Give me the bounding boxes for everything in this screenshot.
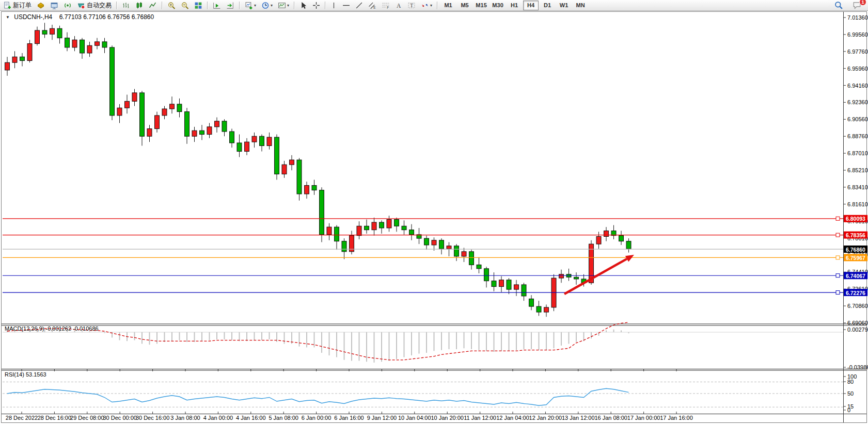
line-handle	[836, 274, 840, 277]
search-button[interactable]	[832, 0, 845, 11]
arrows-button[interactable]: ▾	[419, 0, 434, 11]
timeframe-m15[interactable]: M15	[474, 1, 489, 10]
price-axis-label: 6.99560	[847, 31, 868, 38]
periods-button[interactable]: ▾	[259, 0, 275, 11]
vertical-line-icon	[330, 2, 337, 9]
candle	[260, 136, 264, 145]
vertical-line-button[interactable]	[328, 0, 339, 11]
periods-clock-icon	[261, 2, 270, 9]
date-axis-label: 9 Jan 12:00	[367, 415, 397, 421]
bar-chart-button[interactable]	[120, 0, 132, 11]
date-axis-label: 30 Dec 00:00	[103, 415, 136, 421]
market-watch-button[interactable]	[35, 0, 47, 11]
candle	[394, 219, 399, 226]
date-axis-label: 4 Jan 00:00	[203, 415, 233, 421]
candle	[110, 47, 115, 116]
svg-text:F: F	[387, 6, 389, 9]
candlestick-chart-button[interactable]	[133, 0, 146, 11]
search-icon	[834, 1, 843, 9]
candle	[42, 30, 47, 34]
arrows-icon	[421, 2, 429, 9]
text-button[interactable]: A	[393, 0, 404, 11]
new-chart-button[interactable]: ▾	[243, 0, 258, 11]
date-axis-label: 28 Dec 2022	[6, 415, 38, 421]
candle	[424, 238, 429, 245]
new-order-label: 新订单	[13, 1, 31, 10]
candle	[140, 93, 145, 136]
price-axis-label: 6.92360	[847, 99, 868, 105]
candle	[604, 231, 609, 236]
candle	[409, 230, 414, 235]
date-axis-label: 30 Dec 16:00	[136, 415, 169, 421]
zoom-out-button[interactable]	[179, 0, 191, 11]
timeframe-m1[interactable]: M1	[440, 1, 456, 10]
candle	[282, 165, 287, 174]
chart-canvas[interactable]: 7.013606.995606.977606.959606.941606.923…	[0, 0, 868, 425]
equidistant-channel-button[interactable]: E	[366, 0, 378, 11]
timeframe-h1[interactable]: H1	[507, 1, 522, 10]
new-order-button[interactable]: 新订单	[2, 0, 34, 11]
trendline-button[interactable]	[353, 0, 365, 11]
crosshair-button[interactable]	[310, 0, 322, 11]
candle	[342, 241, 346, 252]
candle	[492, 281, 496, 287]
navigator-button[interactable]	[61, 0, 74, 11]
templates-button[interactable]: ▾	[276, 0, 291, 11]
timeframe-h4[interactable]: H4	[523, 1, 539, 10]
candle	[320, 190, 324, 235]
toolbar-separator	[207, 2, 208, 9]
date-axis-label: 10 Jan 20:00	[431, 415, 464, 421]
candle	[87, 45, 92, 53]
chart-shift-button[interactable]	[224, 0, 236, 11]
candle	[72, 40, 77, 47]
candle	[522, 285, 526, 296]
price-axis-label: 6.88760	[847, 133, 868, 139]
timeframe-mn[interactable]: MN	[573, 1, 588, 10]
data-window-button[interactable]	[48, 0, 60, 11]
zoom-in-button[interactable]	[165, 0, 178, 11]
candle	[162, 109, 167, 116]
cursor-button[interactable]	[297, 0, 309, 11]
candle	[50, 28, 55, 34]
toolbar-separator	[239, 2, 240, 9]
candle	[230, 132, 234, 143]
candle	[447, 246, 451, 249]
templates-caret-icon: ▾	[287, 3, 289, 8]
fibonacci-icon: F	[382, 2, 390, 9]
line-handle	[836, 217, 840, 220]
candle	[27, 44, 32, 61]
toolbar-separator	[437, 2, 438, 9]
timeframe-w1[interactable]: W1	[556, 1, 572, 10]
candle	[102, 42, 107, 47]
chart-menu-triangle-icon[interactable]: ▼	[6, 15, 10, 20]
line-chart-button[interactable]	[147, 0, 159, 11]
candle	[245, 142, 249, 151]
candle	[207, 127, 212, 135]
date-axis-label: 16 Jan 08:00	[594, 415, 627, 421]
candle	[477, 265, 481, 268]
text-label-button[interactable]: T	[405, 0, 418, 11]
price-axis-label: 6.70860	[847, 303, 868, 309]
fibonacci-button[interactable]: F	[380, 0, 392, 11]
candle	[65, 38, 70, 47]
date-axis-label: 29 Dec 08:00	[70, 415, 104, 421]
candle	[215, 121, 219, 127]
timeframe-m30[interactable]: M30	[490, 1, 506, 10]
arrows-caret-icon: ▾	[430, 3, 432, 8]
price-line-label: 6.76860	[846, 247, 865, 253]
horizontal-line-button[interactable]	[340, 0, 352, 11]
price-axis-label: 6.69060	[847, 320, 868, 326]
autotrading-button[interactable]: 自动交易	[75, 0, 114, 11]
notifications-button[interactable]: 1	[850, 0, 863, 11]
timeframe-d1[interactable]: D1	[540, 1, 555, 10]
timeframe-m5[interactable]: M5	[457, 1, 472, 10]
new-chart-caret-icon: ▾	[254, 3, 256, 8]
date-axis-label: 28 Dec 16:00	[38, 415, 71, 421]
candle	[125, 101, 130, 108]
toolbar-separator	[325, 2, 326, 9]
candle	[432, 240, 436, 245]
candle	[469, 252, 474, 265]
macd-axis-bottom-label: -0.03986	[847, 364, 868, 370]
tile-windows-button[interactable]	[192, 0, 204, 11]
auto-scroll-button[interactable]	[211, 0, 223, 11]
